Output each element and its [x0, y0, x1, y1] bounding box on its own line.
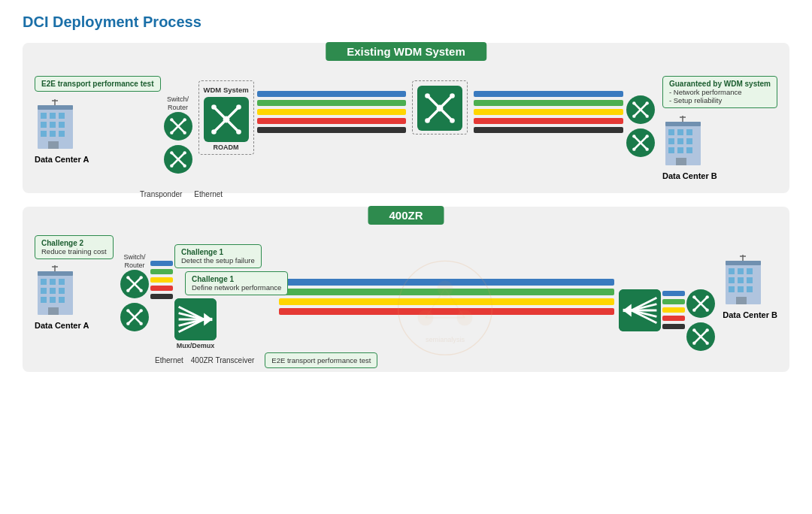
svg-point-27: [183, 164, 186, 167]
svg-point-57: [645, 148, 648, 151]
cable-green-right-wdm: [474, 100, 623, 106]
svg-rect-142: [747, 268, 753, 274]
svg-rect-8: [41, 131, 47, 137]
diagram-400zr: 400ZR semianalysis Chal: [23, 207, 789, 372]
mux-left-400zr: Mux/Demux: [174, 298, 217, 349]
svg-point-24: [170, 151, 173, 154]
roadm-box-right: [417, 86, 462, 131]
cable-black-post-mux-400zr: [662, 324, 685, 329]
cable-yellow-left-wdm: [257, 109, 407, 115]
long-cable-blue-400zr: [279, 279, 614, 286]
svg-rect-66: [668, 147, 674, 153]
svg-rect-143: [729, 277, 735, 283]
svg-point-134: [692, 328, 695, 331]
roadm-icon-right: [423, 92, 456, 125]
building-b-wdm: Data Center B: [662, 114, 717, 180]
svg-point-50: [645, 115, 648, 118]
cable-yellow-pre-mux-400zr: [150, 277, 173, 283]
svg-rect-141: [738, 268, 744, 274]
long-cable-yellow-400zr: [279, 298, 614, 305]
page-title: DCI Deployment Process: [23, 14, 789, 31]
svg-rect-62: [686, 129, 692, 135]
building-b-svg: [662, 114, 704, 168]
cable-green-left-wdm: [257, 100, 407, 106]
router-icon-wdm2: [168, 150, 188, 169]
svg-point-25: [183, 151, 186, 154]
callout-guaranteed-title: Guaranteed by WDM system: [669, 80, 771, 88]
ethernet-label-wdm: Ethernet: [194, 190, 223, 198]
mux-right-400zr: [619, 289, 661, 331]
svg-point-17: [170, 118, 173, 121]
callout-guaranteed-wdm: Guaranteed by WDM system - Network perfo…: [662, 76, 777, 108]
mux-box-left: [174, 298, 217, 340]
diagram1-header: Existing WDM System: [326, 42, 486, 61]
callout-guaranteed-line2: - Setup reliability: [669, 96, 771, 104]
building-b-400zr-svg: [723, 253, 764, 307]
mux-icon-left: [174, 298, 217, 340]
svg-point-39: [426, 93, 431, 98]
switch-label-left-400zr: Switch/Router: [123, 253, 145, 270]
svg-rect-60: [668, 129, 674, 135]
challenge1b-text: Define network performance: [192, 283, 281, 292]
transponder-label-wdm: Transponder: [140, 190, 182, 198]
router-right-bottom-400zr: [686, 322, 715, 351]
svg-point-32: [236, 104, 241, 110]
svg-rect-65: [686, 138, 692, 144]
svg-point-49: [632, 115, 635, 118]
ethernet-label-400zr: Ethernet: [155, 356, 183, 364]
diagram2-body: Challenge 2 Reduce training cost: [35, 232, 777, 351]
svg-rect-2: [41, 113, 47, 119]
cable-black-right-wdm: [474, 127, 623, 133]
svg-rect-64: [677, 138, 683, 144]
datacenter-a-label-wdm: Data Center A: [35, 155, 89, 164]
svg-point-99: [126, 289, 129, 292]
mux-icon-right: [619, 289, 661, 331]
callout-challenge1b: Challenge 1 Define network performance: [185, 271, 288, 295]
svg-rect-144: [738, 277, 744, 283]
cable-red-post-mux-400zr: [662, 316, 685, 321]
svg-point-100: [140, 289, 143, 292]
router-left-bottom-wdm: [164, 145, 192, 174]
svg-point-48: [645, 101, 648, 104]
callout-challenge1a: Challenge 1 Detect the setup failure: [174, 244, 262, 268]
svg-point-56: [632, 148, 635, 151]
router-icon-400zr3: [691, 294, 710, 313]
cable-red-right-wdm: [474, 118, 623, 124]
svg-rect-86: [50, 288, 56, 294]
roadm-label: ROADM: [214, 144, 239, 151]
svg-rect-63: [668, 138, 674, 144]
building-a-400zr: Data Center A: [35, 264, 89, 330]
diagram2-below-labels: Ethernet 400ZR Transceiver E2E transport…: [35, 352, 777, 368]
router-left-bottom-400zr: [120, 303, 149, 331]
router-icon-wdm4: [631, 133, 650, 153]
svg-rect-59: [665, 122, 701, 126]
wdm-roadm-block: WDM System: [198, 80, 254, 155]
router-right-top-wdm: [626, 95, 655, 124]
svg-point-47: [632, 101, 635, 104]
svg-point-55: [645, 135, 648, 138]
cable-black-pre-mux-400zr: [150, 294, 173, 299]
router-right-bottom-wdm: [626, 128, 655, 157]
svg-rect-68: [686, 147, 692, 153]
cable-yellow-right-wdm: [474, 109, 623, 115]
roadm-icon: [210, 103, 243, 136]
svg-rect-1: [38, 105, 73, 110]
callout-e2e-400zr: E2E transport performance test: [265, 352, 377, 368]
svg-point-41: [426, 118, 431, 123]
svg-point-105: [140, 309, 143, 312]
mux-label-left: Mux/Demux: [177, 342, 215, 349]
cable-blue-pre-mux-400zr: [150, 261, 173, 266]
svg-rect-140: [729, 268, 735, 274]
svg-rect-87: [59, 288, 65, 294]
400zr-transceiver-label: 400ZR Transceiver: [191, 356, 254, 364]
svg-point-104: [126, 309, 129, 312]
svg-point-42: [450, 118, 456, 123]
svg-point-35: [223, 116, 229, 123]
svg-rect-81: [38, 271, 73, 276]
cable-red-pre-mux-400zr: [150, 286, 173, 291]
challenge1a-text: Detect the setup failure: [181, 256, 255, 265]
e2e-callout-text: E2E transport performance test: [271, 356, 371, 364]
svg-rect-5: [41, 122, 47, 128]
svg-rect-69: [676, 158, 686, 165]
challenge2-text: Reduce training cost: [41, 247, 107, 255]
